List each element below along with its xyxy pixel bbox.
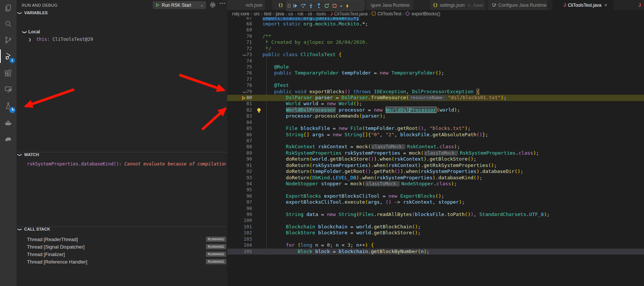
- breadcrumb-item[interactable]: src: [254, 11, 260, 16]
- line-number[interactable]: 90: [237, 156, 252, 162]
- line-number[interactable]: 89: [237, 150, 252, 156]
- breadcrumb-item[interactable]: cli: [308, 11, 312, 16]
- variables-scope-local[interactable]: ❯Local: [23, 29, 40, 34]
- line-number[interactable]: 70: [237, 33, 252, 39]
- breadcrumb-item[interactable]: CliToolsTest: [372, 11, 401, 16]
- stop-dropdown-chevron-icon[interactable]: [338, 2, 343, 10]
- activity-bar: 1: [0, 0, 16, 286]
- search-icon[interactable]: [0, 16, 16, 32]
- breadcrumb-item[interactable]: test: [264, 11, 271, 16]
- tab-fragment[interactable]: J: [638, 0, 644, 10]
- line-number[interactable]: 81: [237, 101, 252, 107]
- chevron-down-icon[interactable]: ⌄: [200, 3, 204, 7]
- line-number[interactable]: 67: [237, 17, 252, 21]
- line-number[interactable]: 72: [237, 46, 252, 52]
- step-over-button[interactable]: [299, 2, 307, 10]
- code-line-78: 78 @Test: [227, 82, 644, 89]
- start-debug-icon[interactable]: [155, 2, 160, 9]
- fold-chevron-icon[interactable]: ❯: [241, 89, 248, 95]
- run-and-debug-icon[interactable]: 1: [0, 48, 16, 64]
- restart-button[interactable]: [323, 2, 331, 10]
- breadcrumb-item[interactable]: java: [276, 11, 284, 16]
- watch-expression[interactable]: rskSystemProperties.databaseKind(): Cann…: [27, 161, 226, 167]
- code-editor[interactable]: 67import static org.junit.Assert.*;68imp…: [227, 17, 644, 254]
- variable-this[interactable]: ❯ this: CliToolsTest@29: [28, 37, 93, 42]
- line-number[interactable]: 102: [237, 230, 252, 236]
- line-number[interactable]: 98: [237, 206, 252, 212]
- line-number[interactable]: 87: [237, 138, 252, 144]
- step-into-button[interactable]: [307, 2, 315, 10]
- line-number[interactable]: 99: [237, 212, 252, 217]
- extensions-icon[interactable]: [0, 65, 16, 82]
- tab-clitoolstest-java[interactable]: J CliToolsTest.java ×: [552, 0, 614, 10]
- close-icon[interactable]: ×: [604, 2, 607, 8]
- line-number[interactable]: 82: [237, 107, 252, 113]
- variables-header[interactable]: ❯ VARIABLES: [16, 10, 227, 19]
- line-number[interactable]: 100: [237, 217, 252, 223]
- line-number[interactable]: 105: [237, 249, 252, 254]
- breadcrumb-item[interactable]: JCliToolsTest.java: [330, 11, 368, 16]
- line-number[interactable]: 97: [237, 199, 252, 205]
- line-number[interactable]: 75: [237, 64, 252, 70]
- testing-flask-icon[interactable]: [0, 98, 16, 114]
- line-number[interactable]: 88: [237, 144, 252, 150]
- line-number[interactable]: 83: [237, 113, 252, 119]
- line-number[interactable]: 93: [237, 175, 252, 181]
- docker-icon[interactable]: [0, 114, 16, 131]
- remote-explorer-icon[interactable]: [0, 81, 16, 98]
- java-file-icon: J: [330, 12, 332, 16]
- line-number[interactable]: 74: [237, 58, 252, 64]
- source-control-icon[interactable]: [0, 32, 16, 48]
- debug-count-badge: 1: [9, 58, 15, 63]
- tab-configure-java-runtime[interactable]: Configure Java Runtime: [488, 0, 547, 10]
- line-number[interactable]: 78: [237, 82, 252, 88]
- tab-settings-json[interactable]: {} settings.json ~/.../User: [430, 0, 485, 10]
- explorer-icon[interactable]: [0, 0, 16, 16]
- tab-launch-json[interactable]: nch.json: [227, 0, 265, 10]
- line-number[interactable]: 103: [237, 236, 252, 242]
- line-number[interactable]: 104: [237, 242, 252, 248]
- line-number[interactable]: 101: [237, 224, 252, 230]
- call-stack-thread-row[interactable]: Thread [Signal Dispatcher]RUNNING: [16, 243, 227, 251]
- line-number[interactable]: 71: [237, 39, 252, 45]
- line-number[interactable]: 92: [237, 168, 252, 174]
- line-number[interactable]: 84: [237, 119, 252, 125]
- stop-button[interactable]: [331, 2, 338, 10]
- line-number[interactable]: 69: [237, 27, 252, 33]
- gradle-icon[interactable]: [0, 130, 16, 147]
- drag-handle-icon[interactable]: [288, 4, 291, 8]
- call-stack-thread-row[interactable]: Thread [ReaderThread]RUNNING: [16, 236, 227, 243]
- line-number[interactable]: 86: [237, 132, 252, 138]
- continue-button[interactable]: [291, 2, 299, 10]
- line-number[interactable]: 77: [237, 76, 252, 82]
- run-config-dropdown[interactable]: Run RSK Start ⌄: [153, 1, 206, 9]
- variables-section: ❯ VARIABLES ❯Local ❯ this: CliToolsTest@…: [16, 10, 227, 152]
- hot-code-replace-button[interactable]: [343, 2, 351, 10]
- more-actions-icon[interactable]: ···: [219, 0, 226, 6]
- breadcrumb-item[interactable]: tools: [316, 11, 326, 16]
- line-number[interactable]: 85: [237, 125, 252, 131]
- breadcrumb-item[interactable]: co: [288, 11, 293, 16]
- lightbulb-icon[interactable]: [257, 108, 261, 112]
- line-number[interactable]: 95: [237, 187, 252, 193]
- code-line-94: 94 NodeStopper stopper = mock(classToMoc…: [227, 181, 644, 187]
- call-stack-thread-row[interactable]: Thread [Reference Handler]RUNNING: [16, 258, 227, 266]
- test-clock-badge: [9, 107, 16, 113]
- step-out-button[interactable]: [315, 2, 323, 10]
- watch-header[interactable]: ❯ WATCH: [16, 152, 227, 161]
- breadcrumb-item[interactable]: rskj-core: [232, 11, 249, 16]
- line-number[interactable]: 96: [237, 193, 252, 199]
- code-line-72: 72 */: [227, 46, 644, 52]
- gear-icon[interactable]: [210, 2, 216, 9]
- line-number[interactable]: 94: [237, 181, 252, 187]
- fold-chevron-icon[interactable]: ❯: [241, 52, 248, 58]
- breadcrumb-item[interactable]: exportBlocks(): [406, 11, 440, 16]
- line-number[interactable]: 76: [237, 70, 252, 76]
- line-number[interactable]: 91: [237, 162, 252, 168]
- call-stack-thread-row[interactable]: Thread [Finalizer]RUNNING: [16, 251, 227, 258]
- breadcrumb-item[interactable]: rsk: [297, 11, 303, 16]
- code-line-105: 105 Block block = blockchain.getBlockByN…: [227, 249, 644, 254]
- code-line-67: 67import static org.junit.Assert.*;: [227, 17, 644, 21]
- line-number[interactable]: 68: [237, 21, 252, 27]
- call-stack-header[interactable]: ❯ CALL STACK: [16, 227, 227, 235]
